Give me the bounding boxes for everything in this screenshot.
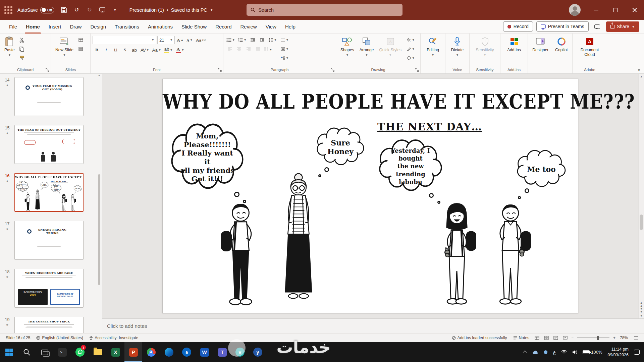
decrease-indent-button[interactable] (249, 36, 257, 44)
tab-slide-show[interactable]: Slide Show (177, 20, 211, 34)
thought-bubble-sure-honey[interactable]: Sure Honey (40, 182, 49, 188)
font-name-combobox[interactable]: ▼ (93, 36, 156, 44)
notification-center-button[interactable] (632, 342, 642, 362)
user-avatar[interactable] (569, 4, 581, 16)
thought-bubble-yesterday[interactable]: Yesterday, I boughtthe new trendinglabub… (51, 183, 62, 192)
girl-character[interactable] (60, 194, 68, 211)
bold-button[interactable]: B (93, 46, 101, 54)
language-selector[interactable]: English (United States) (33, 334, 86, 342)
thumbnail-slide-18[interactable]: 18★ WHEN DISCOUNTS ARE FAKE BLACK FRIDAY… (0, 269, 96, 308)
cut-button[interactable] (18, 36, 26, 44)
present-in-teams-button[interactable]: Present in Teams (536, 21, 589, 32)
justify-button[interactable] (254, 46, 262, 54)
terminal-app[interactable]: >_ (53, 342, 71, 362)
slide-canvas[interactable]: WHY DO ALL PEOPLE HAVE IT EXCEPT ME??? T… (15, 174, 83, 211)
edge-app[interactable] (160, 342, 178, 362)
volume-tray-icon[interactable] (570, 342, 580, 362)
scroll-down-arrow[interactable]: ▼ (639, 313, 644, 318)
comments-button[interactable] (592, 21, 603, 32)
character-spacing-button[interactable]: AV▼ (140, 46, 150, 54)
onedrive-tray-icon[interactable] (530, 342, 541, 362)
clock-tray[interactable]: 11:14 pm09/03/2026 (605, 342, 631, 362)
zoom-slider[interactable] (577, 338, 609, 339)
columns-button[interactable]: ▼ (263, 46, 273, 54)
maximize-button[interactable] (606, 0, 625, 20)
next-slide-button[interactable]: ▼▼ (639, 308, 644, 313)
word-app[interactable]: W (196, 342, 213, 362)
search-bar[interactable] (247, 4, 402, 16)
zoom-level[interactable]: 78% (617, 334, 631, 342)
new-slide-button[interactable]: New Slide▼ (53, 35, 76, 57)
zoom-in-button[interactable]: + (612, 334, 617, 342)
present-quick-button[interactable] (97, 4, 108, 16)
app-launcher-icon[interactable] (3, 5, 13, 15)
slideshow-view-button[interactable] (560, 334, 570, 342)
text-direction-button[interactable]: ▼ (280, 36, 289, 44)
tab-view[interactable]: View (261, 20, 281, 34)
paragraph-dialog-launcher[interactable] (331, 68, 334, 72)
minimize-button[interactable] (587, 0, 606, 20)
thumbnail-scrollbar[interactable]: ▲ (97, 74, 101, 333)
editing-button[interactable]: Editing▼ (424, 35, 441, 57)
bullets-button[interactable]: ▼ (225, 36, 236, 44)
close-button[interactable] (625, 0, 644, 20)
thought-bubble-yesterday[interactable]: Yesterday, I boughtthe new trendinglabub… (377, 139, 444, 194)
slide-sorter-view-button[interactable] (542, 334, 551, 342)
scrollbar-thumb[interactable] (640, 215, 643, 230)
tab-animations[interactable]: Animations (144, 20, 177, 34)
thumbnail-slide-19[interactable]: 19★ THE COFFEE SHOP TRICK (0, 317, 96, 333)
dictate-button[interactable]: Dictate▼ (449, 35, 466, 57)
slide-scrollbar[interactable]: ▲ ▲▲ ▼▼ ▼ (638, 74, 644, 318)
undo-button[interactable]: ↺ (71, 4, 83, 16)
font-size-combobox[interactable]: 21▼ (157, 36, 175, 44)
align-text-button[interactable]: ▼ (280, 45, 289, 53)
taskbar-search-button[interactable] (18, 342, 36, 362)
font-color-button[interactable]: A▼ (175, 46, 185, 54)
tab-record[interactable]: Record (211, 20, 236, 34)
thumbnail-slide-17[interactable]: 17★ SNEAKY PRICING TRICKS (0, 221, 96, 260)
tab-insert[interactable]: Insert (44, 20, 66, 34)
increase-indent-button[interactable] (258, 36, 266, 44)
document-cloud-button[interactable]: A Document Cloud (575, 35, 604, 58)
thought-bubble-mom[interactable]: Mom, Please!!!!!!!I Really want it all m… (168, 123, 246, 192)
previous-slide-button[interactable]: ▲▲ (639, 302, 644, 307)
addins-status[interactable]: Add-ins loaded successfully (449, 334, 510, 342)
convert-to-smartart-button[interactable]: ▼ (280, 54, 289, 62)
scrollbar-thumb[interactable] (98, 174, 100, 285)
change-case-button[interactable]: Aa▼ (151, 46, 162, 54)
girl-character[interactable] (431, 200, 482, 313)
thought-bubble-sure-honey[interactable]: Sure Honey (315, 127, 366, 167)
boy-character[interactable] (24, 193, 32, 211)
security-tray-icon[interactable] (541, 342, 550, 362)
whatsapp-app[interactable]: 3 (71, 342, 89, 362)
task-view-button[interactable] (36, 342, 53, 362)
teams-app[interactable]: T (213, 342, 231, 362)
slide-section-button[interactable] (76, 45, 85, 53)
notes-toggle-button[interactable]: Notes (510, 334, 532, 342)
document-title[interactable]: Presentation (1) • Saved to this PC ▼ (129, 7, 213, 13)
save-button[interactable] (58, 4, 70, 16)
share-button[interactable]: Share▼ (606, 21, 639, 32)
file-explorer-app[interactable] (89, 342, 107, 362)
slide-canvas[interactable]: WHY DO ALL PEOPLE HAVE IT EXCEPT ME??? T… (162, 79, 578, 313)
tab-draw[interactable]: Draw (65, 20, 86, 34)
paste-button[interactable]: Paste▼ (2, 35, 17, 57)
quick-styles-button[interactable]: A Quick Styles▼ (377, 35, 404, 57)
grandma-character[interactable] (34, 188, 41, 211)
boy2-character[interactable] (487, 200, 536, 313)
align-right-button[interactable] (244, 46, 253, 54)
tab-review[interactable]: Review (236, 20, 261, 34)
zoom-slider-handle[interactable] (597, 336, 599, 340)
text-highlight-button[interactable]: ab▼ (163, 46, 173, 54)
normal-view-button[interactable] (532, 334, 542, 342)
store-app[interactable]: a (178, 342, 196, 362)
input-language-indicator[interactable]: ع (551, 342, 558, 362)
shape-fill-button[interactable]: ▼ (406, 36, 416, 44)
numbering-button[interactable]: ▼ (237, 36, 247, 44)
thumbnail-slide-15[interactable]: 15★ THE FEAR OF MISSING OUT STRATEGY (0, 125, 96, 164)
grandma-character[interactable] (276, 164, 320, 313)
phone-link-app[interactable]: y (249, 342, 267, 362)
grow-font-button[interactable]: A▲ (176, 36, 184, 44)
tab-home[interactable]: Home (21, 20, 44, 34)
next-day-heading[interactable]: THE NEXT DAY… (51, 181, 68, 183)
